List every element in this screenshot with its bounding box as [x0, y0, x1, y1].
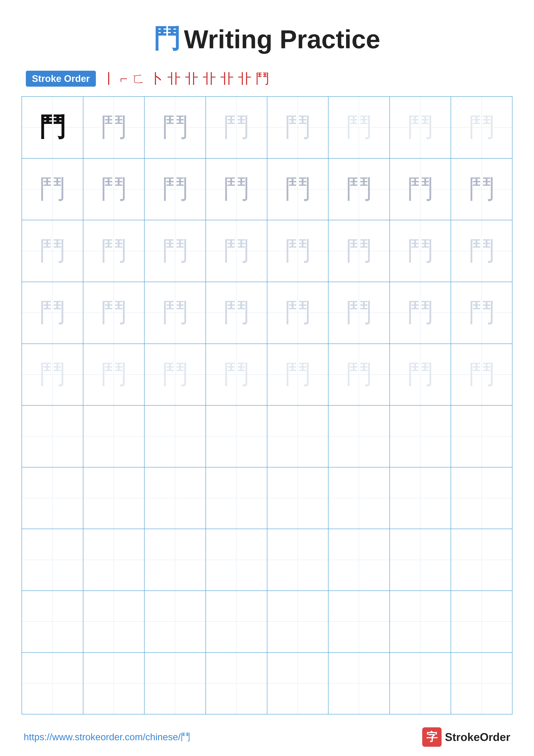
grid-cell-5-3[interactable] — [206, 406, 267, 467]
grid-cell-0-4[interactable]: 鬥 — [267, 97, 329, 158]
grid-row-7 — [22, 529, 512, 591]
grid-cell-2-6[interactable]: 鬥 — [390, 220, 451, 282]
grid-cell-3-2[interactable]: 鬥 — [144, 282, 206, 343]
grid-cell-3-4[interactable]: 鬥 — [267, 282, 329, 343]
grid-cell-7-4[interactable] — [267, 529, 329, 590]
practice-char: 鬥 — [101, 176, 127, 202]
grid-cell-5-2[interactable] — [144, 406, 206, 467]
grid-cell-2-0[interactable]: 鬥 — [22, 220, 83, 282]
grid-cell-5-7[interactable] — [451, 406, 512, 467]
practice-char: 鬥 — [346, 176, 372, 202]
grid-cell-6-2[interactable] — [144, 468, 206, 529]
grid-cell-3-6[interactable]: 鬥 — [390, 282, 451, 343]
grid-cell-5-5[interactable] — [328, 406, 390, 467]
practice-char: 鬥 — [162, 300, 188, 326]
grid-cell-2-2[interactable]: 鬥 — [144, 220, 206, 282]
grid-cell-6-3[interactable] — [206, 468, 267, 529]
grid-cell-9-2[interactable] — [144, 653, 206, 714]
stroke-order-row: Stroke Order 丨⌐ㄈ卜卝卝卝卝卝鬥 — [21, 69, 513, 88]
grid-row-4: 鬥鬥鬥鬥鬥鬥鬥鬥 — [22, 344, 512, 406]
grid-cell-9-0[interactable] — [22, 653, 83, 714]
stroke-order-badge: Stroke Order — [26, 71, 96, 87]
grid-cell-0-0[interactable]: 鬥 — [22, 97, 83, 158]
grid-cell-8-7[interactable] — [451, 591, 512, 652]
grid-cell-9-5[interactable] — [328, 653, 390, 714]
grid-cell-0-3[interactable]: 鬥 — [206, 97, 267, 158]
stroke-step-5: 卝 — [185, 69, 198, 88]
grid-cell-2-4[interactable]: 鬥 — [267, 220, 329, 282]
grid-cell-8-3[interactable] — [206, 591, 267, 652]
grid-cell-7-1[interactable] — [83, 529, 145, 590]
grid-cell-4-2[interactable]: 鬥 — [144, 344, 206, 405]
stroke-step-4: 卝 — [167, 69, 181, 88]
grid-cell-1-3[interactable]: 鬥 — [206, 159, 267, 220]
grid-cell-6-0[interactable] — [22, 468, 83, 529]
grid-cell-4-0[interactable]: 鬥 — [22, 344, 83, 405]
practice-char: 鬥 — [285, 176, 311, 202]
grid-cell-1-1[interactable]: 鬥 — [83, 159, 145, 220]
grid-cell-8-6[interactable] — [390, 591, 451, 652]
grid-cell-4-3[interactable]: 鬥 — [206, 344, 267, 405]
grid-cell-7-7[interactable] — [451, 529, 512, 590]
grid-cell-7-3[interactable] — [206, 529, 267, 590]
grid-cell-7-6[interactable] — [390, 529, 451, 590]
grid-cell-6-5[interactable] — [328, 468, 390, 529]
grid-cell-1-5[interactable]: 鬥 — [328, 159, 390, 220]
grid-cell-0-2[interactable]: 鬥 — [144, 97, 206, 158]
grid-cell-0-1[interactable]: 鬥 — [83, 97, 145, 158]
grid-cell-1-6[interactable]: 鬥 — [390, 159, 451, 220]
stroke-step-6: 卝 — [203, 69, 216, 88]
grid-cell-9-1[interactable] — [83, 653, 145, 714]
footer-url: https://www.strokeorder.com/chinese/鬥 — [24, 731, 190, 743]
grid-cell-1-7[interactable]: 鬥 — [451, 159, 512, 220]
practice-char: 鬥 — [223, 238, 249, 264]
grid-cell-5-0[interactable] — [22, 406, 83, 467]
grid-cell-3-3[interactable]: 鬥 — [206, 282, 267, 343]
grid-cell-3-1[interactable]: 鬥 — [83, 282, 145, 343]
practice-char: 鬥 — [469, 115, 495, 140]
grid-cell-9-4[interactable] — [267, 653, 329, 714]
grid-cell-2-7[interactable]: 鬥 — [451, 220, 512, 282]
grid-cell-8-4[interactable] — [267, 591, 329, 652]
grid-cell-7-2[interactable] — [144, 529, 206, 590]
grid-cell-7-5[interactable] — [328, 529, 390, 590]
grid-cell-2-3[interactable]: 鬥 — [206, 220, 267, 282]
grid-cell-0-6[interactable]: 鬥 — [390, 97, 451, 158]
grid-cell-9-6[interactable] — [390, 653, 451, 714]
stroke-step-2: ㄈ — [132, 69, 145, 88]
grid-cell-1-4[interactable]: 鬥 — [267, 159, 329, 220]
grid-cell-4-4[interactable]: 鬥 — [267, 344, 329, 405]
stroke-step-0: 丨 — [102, 69, 116, 88]
grid-cell-8-0[interactable] — [22, 591, 83, 652]
stroke-step-8: 卝 — [238, 69, 251, 88]
grid-cell-6-6[interactable] — [390, 468, 451, 529]
grid-cell-2-1[interactable]: 鬥 — [83, 220, 145, 282]
grid-cell-3-7[interactable]: 鬥 — [451, 282, 512, 343]
grid-cell-9-7[interactable] — [451, 653, 512, 714]
grid-cell-4-5[interactable]: 鬥 — [328, 344, 390, 405]
practice-char: 鬥 — [285, 115, 311, 140]
grid-cell-6-7[interactable] — [451, 468, 512, 529]
grid-cell-9-3[interactable] — [206, 653, 267, 714]
grid-cell-8-2[interactable] — [144, 591, 206, 652]
grid-row-8 — [22, 591, 512, 653]
grid-cell-5-4[interactable] — [267, 406, 329, 467]
grid-cell-8-5[interactable] — [328, 591, 390, 652]
grid-cell-1-2[interactable]: 鬥 — [144, 159, 206, 220]
grid-cell-0-5[interactable]: 鬥 — [328, 97, 390, 158]
grid-cell-4-7[interactable]: 鬥 — [451, 344, 512, 405]
grid-cell-5-1[interactable] — [83, 406, 145, 467]
grid-cell-3-5[interactable]: 鬥 — [328, 282, 390, 343]
grid-cell-1-0[interactable]: 鬥 — [22, 159, 83, 220]
grid-cell-5-6[interactable] — [390, 406, 451, 467]
grid-cell-6-4[interactable] — [267, 468, 329, 529]
practice-char: 鬥 — [407, 362, 433, 388]
grid-cell-4-1[interactable]: 鬥 — [83, 344, 145, 405]
grid-cell-3-0[interactable]: 鬥 — [22, 282, 83, 343]
grid-cell-0-7[interactable]: 鬥 — [451, 97, 512, 158]
grid-cell-6-1[interactable] — [83, 468, 145, 529]
grid-cell-7-0[interactable] — [22, 529, 83, 590]
grid-cell-4-6[interactable]: 鬥 — [390, 344, 451, 405]
grid-cell-8-1[interactable] — [83, 591, 145, 652]
grid-cell-2-5[interactable]: 鬥 — [328, 220, 390, 282]
